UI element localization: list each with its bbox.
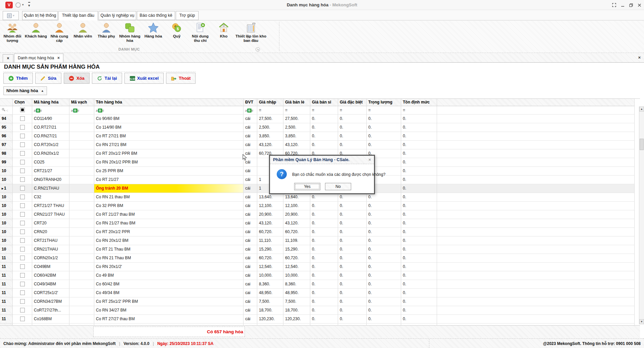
table-row[interactable]: 11Co168BMCo RT 27/27 thau BMcái120,230.1… — [0, 315, 635, 324]
table-row[interactable]: 10CRT20Co RN 21/27 thau BMcái43,120.43,1… — [0, 219, 635, 228]
row-checkbox[interactable] — [20, 212, 25, 217]
filter-cell-gia_dac_biet[interactable]: = — [338, 106, 367, 115]
table-row[interactable]: 11CO60/42BMCo 49 BMcái10,000.10,000.0.0.… — [0, 271, 635, 280]
table-row[interactable]: 96CO.RN27/21Co RT 27/21 BMcái3,850.3,850… — [0, 132, 635, 141]
table-row[interactable]: 10CRN21THAUCo RT 21 Thau BMcái15,290.15,… — [0, 245, 635, 254]
vertical-scrollbar[interactable]: ▲ ▼ — [639, 107, 644, 324]
row-checkbox[interactable] — [20, 177, 25, 182]
filter-cell-dvt[interactable]: aBc — [244, 106, 257, 115]
scroll-down-icon[interactable]: ▼ — [639, 319, 644, 324]
product-group-expander[interactable]: Nhóm hàng hóa▲ — [3, 86, 47, 95]
table-row[interactable]: 11CORT25x1/2'Co 49/34 BMcai48,950.48,950… — [0, 289, 635, 297]
toolbar-item-employee[interactable]: Nhân viên — [71, 21, 95, 39]
row-checkbox[interactable] — [20, 125, 25, 130]
tab-close-icon[interactable]: × — [57, 56, 60, 60]
row-checkbox[interactable] — [20, 134, 25, 138]
scrollbar-thumb[interactable] — [640, 139, 644, 150]
row-checkbox[interactable] — [20, 229, 25, 234]
row-checkbox[interactable] — [20, 195, 25, 199]
row-checkbox[interactable] — [20, 264, 25, 269]
row-checkbox[interactable] — [20, 238, 25, 243]
row-checkbox[interactable] — [20, 203, 25, 208]
yes-button[interactable]: Yes — [294, 183, 320, 190]
table-row[interactable]: 94CO114/90Co 90/60 BMcái27,500.27,500.0.… — [0, 115, 635, 123]
row-checkbox[interactable] — [20, 317, 25, 321]
filter-cell-name[interactable]: aBc — [94, 106, 244, 115]
filter-cell-gia_nhap[interactable]: = — [257, 106, 283, 115]
filter-cell-trong_luong[interactable]: = — [367, 106, 401, 115]
tab-danh-muc-hang-hoa[interactable]: Danh mục hàng hóa× — [14, 54, 63, 62]
delete-button[interactable]: Xóa — [64, 73, 90, 84]
table-row[interactable]: 10CRT21THAUCo RN 20x1/2 BMcái11,110.11,1… — [0, 236, 635, 245]
table-row[interactable]: 10CRT21/27 THAUCo 32 PPR BMcái12,100.12,… — [0, 202, 635, 210]
table-row[interactable]: 11CO49/34BMCo 60/42 BMcai8,360.8,360.0.0… — [0, 280, 635, 289]
row-checkbox[interactable] — [20, 186, 25, 191]
filter-cell-gia_ban_le[interactable]: = — [283, 106, 310, 115]
excel-button[interactable]: XLSXXuất excel — [124, 73, 164, 84]
toolbar-item-initial-stock[interactable]: Thiết lập tồn kho ban đầu — [235, 21, 266, 43]
column-header-barcode[interactable]: Mã vạch — [69, 99, 94, 106]
column-header-trong_luong[interactable]: Trọng lượng — [367, 99, 401, 106]
ribbon-tab-2[interactable]: Thiết lập ban đầu — [58, 11, 98, 20]
ribbon-tab-1[interactable]: Quản trị hệ thống — [22, 11, 58, 20]
row-checkbox[interactable] — [20, 256, 25, 260]
refresh-button[interactable]: Tải lại — [92, 73, 122, 84]
toolbar-item-income-expense[interactable]: Nội dung thu chi — [189, 21, 212, 43]
table-row[interactable]: 97CO.RT20x1/2Co RN 27/21 BMcái43,120.43,… — [0, 141, 635, 149]
row-checkbox[interactable] — [20, 142, 25, 147]
column-header-gia_dac_biet[interactable]: Giá đặc biệt — [338, 99, 367, 106]
ribbon-tab-5[interactable]: Trợ giúp — [176, 11, 199, 20]
dialog-close-icon[interactable]: × — [368, 156, 371, 164]
ribbon-menu-icon[interactable]: ▿ — [3, 11, 19, 20]
tabstrip-close-icon[interactable]: × — [638, 55, 641, 60]
edit-button[interactable]: Sửa — [35, 73, 61, 84]
row-checkbox[interactable] — [20, 160, 25, 164]
dialog-title-bar[interactable]: ×Phần mềm Quản Lý Bán Hàng - CSale. — [270, 156, 374, 164]
row-checkbox[interactable] — [20, 282, 25, 286]
filter-cell-ton_dinh_muc[interactable]: = — [401, 106, 437, 115]
filter-cell-check[interactable] — [13, 106, 32, 115]
scroll-up-icon[interactable]: ▲ — [639, 107, 644, 112]
column-header-ton_dinh_muc[interactable]: Tồn định mức — [401, 99, 437, 106]
fullscreen-icon[interactable] — [612, 3, 616, 7]
table-row[interactable]: 11CORN34/27BMCo RT 25x1/2' PPR BMcái7,50… — [0, 297, 635, 306]
row-checkbox[interactable] — [20, 290, 25, 295]
filter-cell-gia_ban_si[interactable]: = — [310, 106, 338, 115]
table-row[interactable]: 10CRN21/27 THAUCo RT 21/27 thau BMcái20,… — [0, 210, 635, 219]
table-row[interactable]: 11CO49BMCo RN 20x1/2'cái12,540.12,540.0.… — [0, 263, 635, 271]
toolbar-item-supplier[interactable]: Nhà cung cấp — [48, 21, 71, 43]
table-row[interactable]: 95CO.RT27/21Co 114/90 BMcái2,500.2,500.0… — [0, 123, 635, 132]
minimize-icon[interactable] — [621, 3, 625, 7]
row-checkbox[interactable] — [20, 299, 25, 304]
column-header-gia_nhap[interactable]: Giá nhập — [257, 99, 283, 106]
toolbar-item-contractor[interactable]: Thầu phụ — [95, 21, 118, 39]
row-checkbox[interactable] — [20, 247, 25, 252]
exit-button[interactable]: Thoát — [166, 73, 196, 84]
filter-key-icon[interactable]: -: — [0, 106, 13, 115]
table-row[interactable]: 11CORN20x1/2Co RN 21 Thau BMcái60,720.60… — [0, 254, 635, 263]
row-checkbox[interactable] — [20, 273, 25, 278]
close-icon[interactable] — [638, 3, 641, 7]
column-header-check[interactable]: Chọn — [13, 99, 32, 106]
filter-cell-code[interactable]: aBc — [32, 106, 69, 115]
toolbar-item-product-group[interactable]: Nhóm hàng hóa — [118, 21, 142, 43]
row-checkbox[interactable] — [20, 151, 25, 156]
table-row[interactable]: 10CRN20Co RT 20x1/2 PPRcái60,720.60,720.… — [0, 228, 635, 236]
toolbar-item-product-star[interactable]: Hàng hóa — [142, 21, 165, 39]
maximize-icon[interactable] — [629, 3, 633, 7]
row-checkbox[interactable] — [20, 308, 25, 312]
ribbon-tab-3[interactable]: Quản lý nghiệp vụ — [99, 11, 136, 20]
row-checkbox[interactable] — [20, 221, 25, 225]
column-header-dvt[interactable]: ĐVT — [244, 99, 257, 106]
group-dialog-launcher-icon[interactable]: ↘ — [256, 47, 260, 52]
toolbar-item-fund-coins[interactable]: €$Quỹ — [165, 21, 189, 39]
column-header-code[interactable]: Mã hàng hóa — [32, 99, 69, 106]
column-header-gia_ban_si[interactable]: Giá bán sỉ — [310, 99, 338, 106]
column-header-name[interactable]: Tên hàng hóa — [94, 99, 244, 106]
table-row[interactable]: 11CoRT27/27th...Co RN 34/27 BMcái18,700.… — [0, 306, 635, 315]
close-all-tabs-button[interactable]: × — [3, 54, 13, 62]
column-header-gia_ban_le[interactable]: Giá bán lẻ — [283, 99, 310, 106]
row-checkbox[interactable] — [20, 116, 25, 121]
row-checkbox[interactable] — [20, 168, 25, 173]
ribbon-tab-4[interactable]: Báo cáo thống kê — [137, 11, 175, 20]
